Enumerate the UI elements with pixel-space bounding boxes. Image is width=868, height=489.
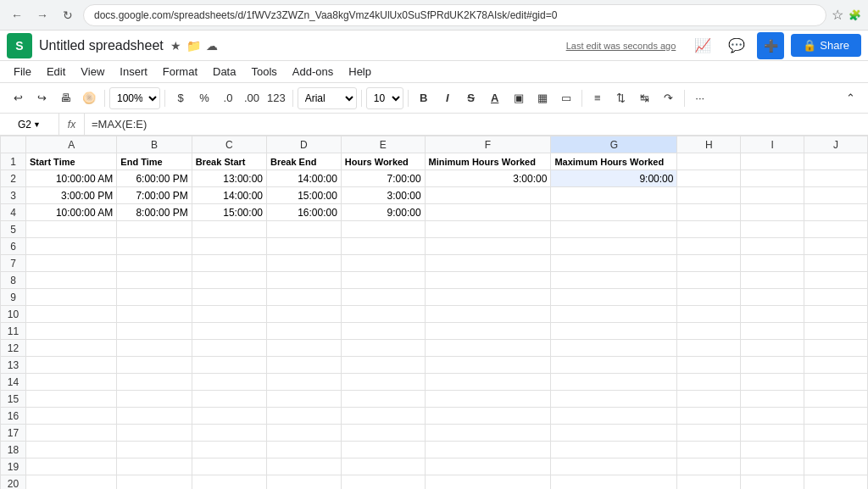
cell-C16[interactable]: [192, 408, 266, 425]
cell-J19[interactable]: [804, 458, 868, 475]
cell-E7[interactable]: [341, 255, 425, 272]
cell-F20[interactable]: [425, 475, 551, 490]
cell-E1[interactable]: Hours Worked: [341, 153, 425, 170]
row-header-18[interactable]: 18: [1, 442, 26, 458]
cell-D16[interactable]: [266, 408, 341, 425]
address-bar[interactable]: docs.google.com/spreadsheets/d/1fWVz3ZWZ…: [83, 4, 826, 26]
cell-A3[interactable]: 3:00:00 PM: [26, 187, 117, 204]
paint-format-button[interactable]: 🫓: [78, 87, 100, 109]
cell-B10[interactable]: [117, 306, 192, 323]
row-header-14[interactable]: 14: [1, 374, 26, 391]
comments-icon[interactable]: 💬: [723, 32, 750, 59]
sheet-container[interactable]: A B C D E F G H I J 1Start TimeEnd TimeB…: [0, 136, 868, 489]
cell-H2[interactable]: [677, 170, 741, 187]
cell-H10[interactable]: [677, 306, 741, 323]
cell-D10[interactable]: [266, 306, 341, 323]
cell-G13[interactable]: [551, 357, 677, 374]
text-rotate-button[interactable]: ↷: [658, 87, 680, 109]
cell-B15[interactable]: [117, 391, 192, 408]
star-icon[interactable]: ★: [170, 39, 181, 53]
row-header-15[interactable]: 15: [1, 391, 26, 408]
move-to-icon[interactable]: 📁: [186, 39, 201, 53]
cell-A11[interactable]: [26, 323, 117, 340]
menu-view[interactable]: View: [74, 64, 111, 80]
cell-C8[interactable]: [192, 272, 266, 289]
cell-E10[interactable]: [341, 306, 425, 323]
cell-D13[interactable]: [266, 357, 341, 374]
cell-F1[interactable]: Minimum Hours Worked: [425, 153, 551, 170]
decimal-decrease-button[interactable]: .0: [217, 87, 239, 109]
cell-H7[interactable]: [677, 255, 741, 272]
cell-E17[interactable]: [341, 425, 425, 442]
cell-C6[interactable]: [192, 238, 266, 255]
cell-I19[interactable]: [741, 458, 804, 475]
cell-C2[interactable]: 13:00:00: [192, 170, 266, 187]
cell-D7[interactable]: [266, 255, 341, 272]
cell-F17[interactable]: [425, 425, 551, 442]
cell-F4[interactable]: [425, 204, 551, 221]
cell-I14[interactable]: [741, 374, 804, 391]
cell-D9[interactable]: [266, 289, 341, 306]
row-header-8[interactable]: 8: [1, 272, 26, 289]
font-select[interactable]: Arial: [298, 87, 357, 109]
cell-A6[interactable]: [26, 238, 117, 255]
cell-J5[interactable]: [804, 221, 868, 238]
col-header-h[interactable]: H: [677, 136, 741, 153]
cell-F15[interactable]: [425, 391, 551, 408]
cell-C4[interactable]: 15:00:00: [192, 204, 266, 221]
cell-D20[interactable]: [266, 475, 341, 490]
cell-B3[interactable]: 7:00:00 PM: [117, 187, 192, 204]
cell-A15[interactable]: [26, 391, 117, 408]
last-edit-text[interactable]: Last edit was seconds ago: [566, 41, 676, 51]
cell-J8[interactable]: [804, 272, 868, 289]
cell-G12[interactable]: [551, 340, 677, 357]
cell-H15[interactable]: [677, 391, 741, 408]
collapse-toolbar-button[interactable]: ⌃: [839, 87, 861, 109]
cell-A13[interactable]: [26, 357, 117, 374]
cell-C12[interactable]: [192, 340, 266, 357]
cell-E16[interactable]: [341, 408, 425, 425]
underline-button[interactable]: A: [484, 87, 506, 109]
cell-C20[interactable]: [192, 475, 266, 490]
cell-J13[interactable]: [804, 357, 868, 374]
cell-H3[interactable]: [677, 187, 741, 204]
cell-D19[interactable]: [266, 458, 341, 475]
cell-E8[interactable]: [341, 272, 425, 289]
cell-G20[interactable]: [551, 475, 677, 490]
cell-I1[interactable]: [741, 153, 804, 170]
cell-I8[interactable]: [741, 272, 804, 289]
cell-H16[interactable]: [677, 408, 741, 425]
cell-C19[interactable]: [192, 458, 266, 475]
cell-F3[interactable]: [425, 187, 551, 204]
cell-B18[interactable]: [117, 442, 192, 458]
cell-H9[interactable]: [677, 289, 741, 306]
cell-E3[interactable]: 3:00:00: [341, 187, 425, 204]
more-options-button[interactable]: ···: [689, 87, 711, 109]
menu-data[interactable]: Data: [206, 64, 242, 80]
cell-H5[interactable]: [677, 221, 741, 238]
align-button[interactable]: ≡: [587, 87, 609, 109]
cell-H8[interactable]: [677, 272, 741, 289]
cloud-icon[interactable]: ☁: [206, 39, 218, 53]
cell-G5[interactable]: [551, 221, 677, 238]
cell-J16[interactable]: [804, 408, 868, 425]
cell-B7[interactable]: [117, 255, 192, 272]
cell-I5[interactable]: [741, 221, 804, 238]
cell-A5[interactable]: [26, 221, 117, 238]
cell-G9[interactable]: [551, 289, 677, 306]
col-header-j[interactable]: J: [804, 136, 868, 153]
cell-E15[interactable]: [341, 391, 425, 408]
cell-G3[interactable]: [551, 187, 677, 204]
cell-F10[interactable]: [425, 306, 551, 323]
cell-F8[interactable]: [425, 272, 551, 289]
cell-I3[interactable]: [741, 187, 804, 204]
cell-D6[interactable]: [266, 238, 341, 255]
cell-B17[interactable]: [117, 425, 192, 442]
cell-H18[interactable]: [677, 442, 741, 458]
cell-C3[interactable]: 14:00:00: [192, 187, 266, 204]
cell-E11[interactable]: [341, 323, 425, 340]
cell-I2[interactable]: [741, 170, 804, 187]
cell-B5[interactable]: [117, 221, 192, 238]
cell-J14[interactable]: [804, 374, 868, 391]
cell-C7[interactable]: [192, 255, 266, 272]
